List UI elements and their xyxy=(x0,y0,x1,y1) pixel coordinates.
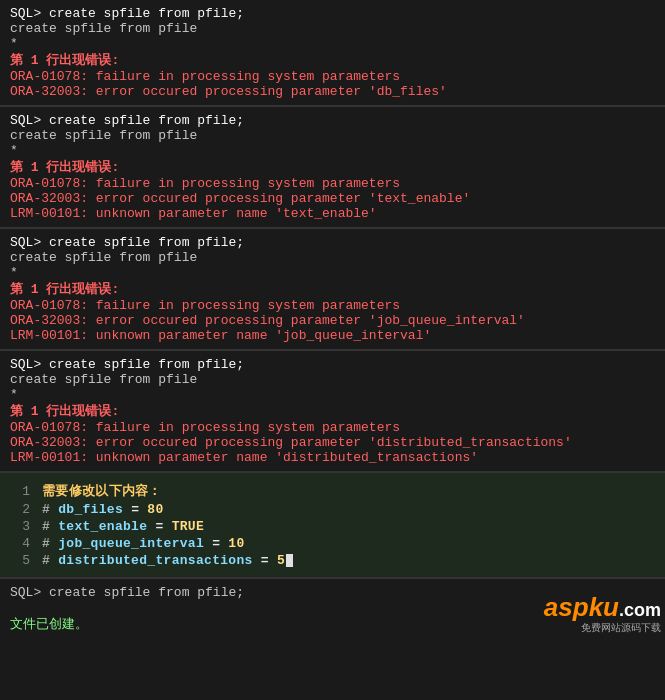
param-value: 80 xyxy=(139,502,163,517)
code-line-3: 3 # text_enable = TRUE xyxy=(10,518,655,535)
cursor xyxy=(286,554,293,567)
code-block: 1 需要修改以下内容： 2 # db_files = 80 3 # text_e… xyxy=(0,473,665,579)
error-line: ORA-01078: failure in processing system … xyxy=(10,176,655,191)
param-value: TRUE xyxy=(164,519,205,534)
hash-symbol: # xyxy=(42,502,50,517)
error-line: ORA-01078: failure in processing system … xyxy=(10,420,655,435)
plain-line: create spfile from pfile xyxy=(10,372,655,387)
line-code: # db_files = 80 xyxy=(42,502,164,517)
lrm-line: LRM-00101: unknown parameter name 'job_q… xyxy=(10,328,655,343)
equals: = xyxy=(253,553,269,568)
star-line: * xyxy=(10,387,655,402)
line-title: 需要修改以下内容： xyxy=(42,482,162,500)
line-number: 5 xyxy=(10,553,30,568)
hash-symbol: # xyxy=(42,519,50,534)
param-key: job_queue_interval xyxy=(50,536,204,551)
line-number: 1 xyxy=(10,484,30,499)
code-line-5: 5 # distributed_transactions = 5 xyxy=(10,552,655,569)
param-key: text_enable xyxy=(50,519,147,534)
terminal-section: SQL> create spfile from pfile; create sp… xyxy=(0,0,665,639)
equals: = xyxy=(123,502,139,517)
param-key: db_files xyxy=(50,502,123,517)
code-line-4: 4 # job_queue_interval = 10 xyxy=(10,535,655,552)
line-code: # text_enable = TRUE xyxy=(42,519,204,534)
error-title: 第 1 行出现错误: xyxy=(10,402,655,420)
param-key: distributed_transactions xyxy=(50,553,253,568)
line-code: # job_queue_interval = 10 xyxy=(42,536,245,551)
lrm-line: LRM-00101: unknown parameter name 'text_… xyxy=(10,206,655,221)
line-code: # distributed_transactions = 5 xyxy=(42,553,293,568)
star-line: * xyxy=(10,265,655,280)
error-line: ORA-32003: error occured processing para… xyxy=(10,435,655,450)
terminal-block-3: SQL> create spfile from pfile; create sp… xyxy=(0,229,665,351)
code-line-2: 2 # db_files = 80 xyxy=(10,501,655,518)
watermark-logo: aspku.com xyxy=(544,592,661,623)
error-line: ORA-01078: failure in processing system … xyxy=(10,298,655,313)
error-title: 第 1 行出现错误: xyxy=(10,51,655,69)
terminal-block-4: SQL> create spfile from pfile; create sp… xyxy=(0,351,665,473)
hash-symbol: # xyxy=(42,553,50,568)
code-line-1: 1 需要修改以下内容： xyxy=(10,481,655,501)
error-line: ORA-01078: failure in processing system … xyxy=(10,69,655,84)
line-number: 2 xyxy=(10,502,30,517)
cmd-line: SQL> create spfile from pfile; xyxy=(10,113,655,128)
param-value: 5 xyxy=(269,553,285,568)
equals: = xyxy=(147,519,163,534)
star-line: * xyxy=(10,143,655,158)
error-title: 第 1 行出现错误: xyxy=(10,158,655,176)
cmd-line: SQL> create spfile from pfile; xyxy=(10,6,655,21)
error-line: ORA-32003: error occured processing para… xyxy=(10,84,655,99)
star-line: * xyxy=(10,36,655,51)
terminal-block-1: SQL> create spfile from pfile; create sp… xyxy=(0,0,665,107)
watermark: aspku.com 免费网站源码下载 xyxy=(544,592,661,635)
plain-line: create spfile from pfile xyxy=(10,128,655,143)
param-value: 10 xyxy=(220,536,244,551)
cmd-line: SQL> create spfile from pfile; xyxy=(10,235,655,250)
watermark-tld: .com xyxy=(619,600,661,621)
error-line: ORA-32003: error occured processing para… xyxy=(10,313,655,328)
plain-line: create spfile from pfile xyxy=(10,250,655,265)
watermark-brand: aspku xyxy=(544,592,619,623)
error-title: 第 1 行出现错误: xyxy=(10,280,655,298)
line-number: 4 xyxy=(10,536,30,551)
error-line: ORA-32003: error occured processing para… xyxy=(10,191,655,206)
terminal-block-2: SQL> create spfile from pfile; create sp… xyxy=(0,107,665,229)
bottom-block: SQL> create spfile from pfile; 文件已创建。 as… xyxy=(0,579,665,639)
line-number: 3 xyxy=(10,519,30,534)
cmd-line: SQL> create spfile from pfile; xyxy=(10,357,655,372)
lrm-line: LRM-00101: unknown parameter name 'distr… xyxy=(10,450,655,465)
plain-line: create spfile from pfile xyxy=(10,21,655,36)
hash-symbol: # xyxy=(42,536,50,551)
equals: = xyxy=(204,536,220,551)
watermark-subtitle: 免费网站源码下载 xyxy=(581,621,661,635)
